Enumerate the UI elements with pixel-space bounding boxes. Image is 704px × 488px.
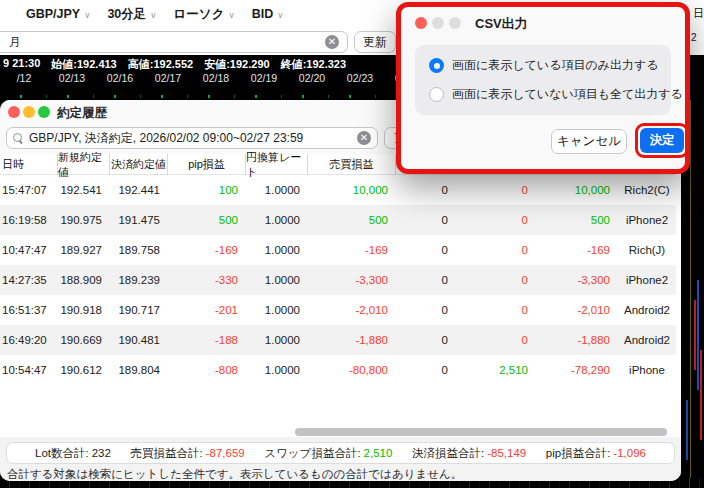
summary-item: スワップ損益合計:2,510 [264,446,392,461]
column-header[interactable]: 決済約定値 [110,154,168,175]
table-cell: Android2 [618,304,676,316]
summary-item: 売買損益合計:-87,659 [130,446,244,461]
table-cell: 10,000 [536,184,618,196]
export-options-group: 画面に表示している項目のみ出力する 画面に表示していない項目も全て出力する [415,45,671,115]
table-cell: 16:51:37 [0,304,58,316]
history-search-value: GBP/JPY, 決済約定, 2026/02/02 09:00~02/27 23… [29,130,303,147]
table-cell: iPhone2 [618,214,676,226]
confirm-button[interactable]: 決定 [640,128,684,153]
table-cell: -1,880 [308,334,396,346]
table-cell: 191.475 [110,214,168,226]
radio-selected-icon[interactable] [429,58,444,73]
table-cell: 189.758 [110,244,168,256]
cancel-button[interactable]: キャンセル [551,129,627,154]
close-icon[interactable] [415,17,427,29]
table-cell: 0 [456,184,536,196]
table-cell: 0 [456,304,536,316]
table-cell: -78,290 [536,364,618,376]
date-tick-label: /12 [0,72,48,84]
table-cell: 10:54:47 [0,364,58,376]
chevron-down-icon: ∨ [228,10,234,20]
date-tick-label: 02/19 [240,72,288,84]
price-side-label: BID [252,7,274,21]
timeframe-label: 30分足 [107,6,146,23]
dialog-title: CSV出力 [475,15,528,33]
table-cell: -169 [536,244,618,256]
table-cell: -3,300 [536,274,618,286]
table-row[interactable]: 16:19:58190.975191.4755001.000050000500i… [0,205,676,235]
table-cell: Rich2(C) [618,184,676,196]
table-cell: 1.0000 [246,334,308,346]
column-header[interactable]: 日時 [0,154,58,175]
confirm-label: 決定 [650,132,675,149]
option-all-columns[interactable]: 画面に表示していない項目も全て出力する [429,86,683,103]
horizontal-scrollbar[interactable] [295,428,667,436]
table-cell: 188.909 [58,274,110,286]
pair-label: GBP/JPY [26,7,80,21]
table-cell: -330 [168,274,246,286]
table-cell: 1.0000 [246,364,308,376]
history-search-input[interactable]: GBP/JPY, 決済約定, 2026/02/02 09:00~02/27 23… [6,127,378,149]
table-cell: 190.975 [58,214,110,226]
table-cell: 192.441 [110,184,168,196]
table-cell: 190.481 [110,334,168,346]
zoom-icon[interactable] [38,106,50,118]
table-cell: -188 [168,334,246,346]
table-cell: 1.0000 [246,184,308,196]
table-cell: 0 [396,214,456,226]
table-cell: 189.804 [110,364,168,376]
clear-icon[interactable]: ✕ [325,35,339,49]
table-cell: 0 [456,334,536,346]
table-cell: -169 [308,244,396,256]
close-icon[interactable] [8,106,20,118]
ohlc-time: 9 21:30 [3,57,40,72]
table-row[interactable]: 16:51:37190.918190.717-2011.0000-2,01000… [0,295,676,325]
clear-icon[interactable]: ✕ [357,131,371,145]
table-cell: 1.0000 [246,274,308,286]
table-cell: 0 [456,274,536,286]
table-row[interactable]: 15:47:07192.541192.4411001.000010,000001… [0,175,676,205]
table-row[interactable]: 14:27:35188.909189.239-3301.0000-3,30000… [0,265,676,295]
table-row[interactable]: 10:47:47189.927189.758-1691.0000-16900-1… [0,235,676,265]
table-cell: Rich(J) [618,244,676,256]
table-cell: Android2 [618,334,676,346]
column-header[interactable]: 新規約定値 [58,154,110,175]
table-row[interactable]: 16:49:20190.669190.481-1881.0000-1,88000… [0,325,676,355]
table-cell: -2,010 [308,304,396,316]
chart-type-dropdown[interactable]: ローソク ∨ [174,6,235,23]
table-row[interactable]: 10:54:47190.612189.804-8081.0000-80,8000… [0,355,676,385]
date-tick-label: 02/16 [96,72,144,84]
column-header[interactable]: 円換算レート [246,154,308,175]
ohlc-open: 始値:192.413 [51,57,116,72]
table-cell: 189.239 [110,274,168,286]
radio-unselected-icon[interactable] [429,87,444,102]
option-visible-columns-only[interactable]: 画面に表示している項目のみ出力する [429,57,659,74]
pair-dropdown[interactable]: GBP/JPY ∨ [26,7,90,21]
column-header[interactable]: pip損益 [168,154,246,175]
table-cell: 0 [396,334,456,346]
timeframe-dropdown[interactable]: 30分足 ∨ [107,6,156,23]
column-header[interactable]: 売買損益 [308,154,396,175]
period-input[interactable]: 月 ✕ [0,31,348,53]
chevron-down-icon: ∨ [84,10,90,20]
summary-label: Lot数合計: [35,447,89,459]
zoom-icon [449,17,461,29]
summary-bar: Lot数合計:232売買損益合計:-87,659スワップ損益合計:2,510決済… [6,442,675,464]
table-cell: 16:49:20 [0,334,58,346]
table-cell: iPhone [618,364,676,376]
execution-table: 日時新規約定値決済約定値pip損益円換算レート売買損益 15:47:07192.… [0,154,676,385]
period-value: 月 [9,34,21,51]
price-side-dropdown[interactable]: BID ∨ [252,7,284,21]
table-cell: 1.0000 [246,214,308,226]
candlestick-sliver [694,300,696,370]
table-cell: 15:47:07 [0,184,58,196]
table-cell: 16:19:58 [0,214,58,226]
edge-text-fragment: 日 [693,6,704,21]
table-cell: 2,510 [456,364,536,376]
summary-value: 232 [92,447,111,459]
chart-refresh-button[interactable]: 更新 [354,31,396,53]
minimize-icon[interactable] [23,106,35,118]
confirm-button-highlight: 決定 [635,123,689,158]
chart-type-label: ローソク [174,6,225,23]
table-cell: 0 [396,244,456,256]
